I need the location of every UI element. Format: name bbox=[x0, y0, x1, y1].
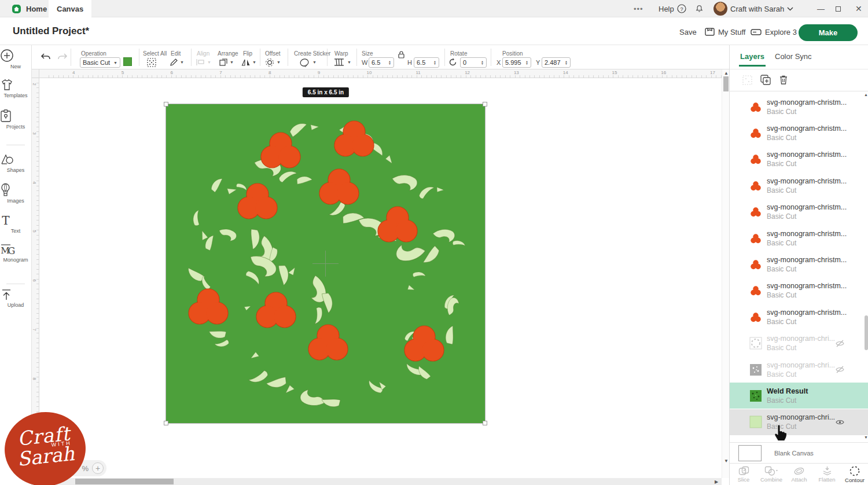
layer-text: svg-monogram-christm...Basic Cut bbox=[767, 282, 847, 299]
panel-scroll-down-icon[interactable]: ▼ bbox=[864, 435, 868, 439]
ruler-horizontal: 4567891011121314151617 bbox=[39, 69, 722, 78]
rotate-input[interactable]: 0 ▲▼ bbox=[460, 57, 487, 68]
eye-icon[interactable] bbox=[836, 419, 844, 425]
vertical-scroll-thumb[interactable] bbox=[723, 76, 729, 91]
canvas-vertical-scrollbar[interactable]: ▲ ▼ bbox=[722, 69, 729, 478]
layer-row[interactable]: svg-monogram-chri...Basic Cut bbox=[730, 330, 862, 357]
attach-button[interactable]: Attach bbox=[785, 464, 813, 485]
rotate-icon[interactable] bbox=[448, 58, 457, 67]
account-menu[interactable]: Craft with Sarah bbox=[713, 0, 793, 17]
layer-row[interactable]: svg-monogram-christm...Basic Cut bbox=[730, 146, 862, 172]
more-options-button[interactable]: ••• bbox=[634, 0, 643, 17]
sidebar-item-monogram[interactable]: MGMonogram bbox=[0, 243, 31, 263]
warp-button[interactable] bbox=[334, 58, 344, 66]
selection-handle-top-right[interactable] bbox=[483, 102, 487, 106]
duplicate-layer-button[interactable] bbox=[760, 75, 771, 85]
contour-button[interactable]: Contour bbox=[841, 464, 868, 485]
blank-canvas-row[interactable]: Blank Canvas bbox=[730, 442, 868, 463]
maximize-button[interactable] bbox=[836, 0, 841, 17]
zoom-in-button[interactable]: + bbox=[92, 462, 104, 474]
notifications-button[interactable] bbox=[694, 0, 704, 17]
tab-color-sync[interactable]: Color Sync bbox=[775, 52, 812, 61]
sidebar-item-text[interactable]: TText bbox=[0, 214, 31, 234]
ruler-tick-label: 5 bbox=[122, 70, 124, 75]
layer-row[interactable]: svg-monogram-christm...Basic Cut bbox=[730, 172, 862, 199]
color-swatch[interactable] bbox=[123, 57, 132, 66]
arrange-caret-icon[interactable]: ▼ bbox=[230, 60, 234, 64]
layer-row[interactable]: svg-monogram-christm...Basic Cut bbox=[730, 278, 862, 304]
layer-row[interactable]: svg-monogram-christm...Basic Cut bbox=[730, 304, 862, 330]
layer-row[interactable]: svg-monogram-christm...Basic Cut bbox=[730, 94, 862, 120]
operation-dropdown[interactable]: Basic Cut▼ bbox=[80, 57, 120, 68]
width-stepper[interactable]: ▲▼ bbox=[388, 60, 391, 65]
create-sticker-caret-icon[interactable]: ▼ bbox=[312, 60, 317, 64]
layer-row[interactable]: svg-monogram-christm...Basic Cut bbox=[730, 120, 862, 146]
sidebar-item-shapes[interactable]: Shapes bbox=[0, 153, 31, 173]
explore-machine-button[interactable]: Explore 3 bbox=[751, 25, 797, 38]
edit-caret-icon[interactable]: ▼ bbox=[180, 60, 184, 64]
rotate-stepper[interactable]: ▲▼ bbox=[481, 60, 484, 65]
offset-caret-icon[interactable]: ▼ bbox=[277, 60, 281, 64]
flatten-button[interactable]: Flatten bbox=[813, 464, 841, 485]
panel-scroll-up-icon[interactable]: ▲ bbox=[864, 93, 868, 97]
selected-artwork-wreath-square[interactable] bbox=[166, 104, 485, 423]
layer-row[interactable]: svg-monogram-christm...Basic Cut bbox=[730, 199, 862, 225]
layer-text: svg-monogram-christm...Basic Cut bbox=[767, 256, 847, 273]
position-x-stepper[interactable]: ▲▼ bbox=[525, 60, 528, 65]
undo-button[interactable] bbox=[41, 53, 51, 62]
selection-handle-bottom-left[interactable] bbox=[164, 421, 168, 425]
slice-button[interactable]: Slice bbox=[730, 464, 757, 485]
position-y-input[interactable]: 2.487 ▲▼ bbox=[542, 57, 571, 68]
canvas-horizontal-scrollbar[interactable]: ◀ ▶ bbox=[32, 478, 722, 485]
selection-handle-bottom-right[interactable] bbox=[483, 421, 487, 425]
tab-home[interactable]: Home bbox=[3, 0, 55, 17]
close-button[interactable]: ✕ bbox=[855, 0, 862, 17]
scroll-up-icon[interactable]: ▲ bbox=[724, 71, 729, 76]
sidebar-item-label: Shapes bbox=[0, 167, 31, 173]
scroll-right-icon[interactable]: ▶ bbox=[715, 479, 718, 484]
offset-button[interactable] bbox=[265, 58, 274, 67]
eye-slash-icon[interactable] bbox=[836, 366, 844, 373]
layer-operation: Basic Cut bbox=[767, 239, 847, 247]
layer-row-weld-result[interactable]: Weld ResultBasic Cut bbox=[730, 383, 868, 409]
width-input[interactable]: 6.5 ▲▼ bbox=[369, 57, 394, 68]
delete-layer-button[interactable] bbox=[779, 75, 788, 85]
selection-handle-top-left[interactable] bbox=[164, 102, 168, 106]
combine-button[interactable]: Combine bbox=[757, 464, 785, 485]
redo-button[interactable] bbox=[57, 53, 68, 62]
select-all-button[interactable] bbox=[147, 58, 156, 67]
flip-caret-icon[interactable]: ▼ bbox=[252, 60, 256, 64]
flip-button[interactable] bbox=[241, 58, 251, 67]
tab-layers[interactable]: Layers bbox=[740, 52, 764, 61]
sidebar-item-upload[interactable]: Upload bbox=[0, 288, 31, 308]
sidebar-item-images[interactable]: Images bbox=[0, 183, 31, 204]
minimize-button[interactable]: — bbox=[817, 0, 825, 17]
edit-button[interactable] bbox=[170, 58, 178, 67]
layer-row[interactable]: svg-monogram-christm...Basic Cut bbox=[730, 251, 862, 277]
save-button[interactable]: Save bbox=[679, 25, 697, 38]
scroll-down-icon[interactable]: ▼ bbox=[724, 458, 729, 464]
warp-caret-icon[interactable]: ▼ bbox=[347, 60, 351, 64]
my-stuff-button[interactable]: My Stuff bbox=[705, 25, 745, 38]
arrange-button[interactable] bbox=[219, 58, 228, 67]
sidebar-item-templates[interactable]: Templates bbox=[0, 79, 31, 98]
layer-title: svg-monogram-christm... bbox=[767, 98, 847, 106]
sidebar-item-projects[interactable]: Projects bbox=[0, 109, 31, 130]
sidebar-item-new[interactable]: New bbox=[0, 49, 31, 69]
help-button[interactable]: Help ? bbox=[659, 0, 686, 17]
position-y-stepper[interactable]: ▲▼ bbox=[565, 60, 568, 65]
create-sticker-button[interactable] bbox=[299, 57, 310, 68]
make-button[interactable]: Make bbox=[799, 24, 858, 41]
height-stepper[interactable]: ▲▼ bbox=[433, 60, 436, 65]
layer-row[interactable]: svg-monogram-chri...Basic Cut bbox=[730, 409, 868, 435]
panel-scrollbar[interactable]: ▲ ▼ bbox=[864, 93, 868, 440]
height-input[interactable]: 6.5 ▲▼ bbox=[414, 57, 439, 68]
position-x-input[interactable]: 5.995 ▲▼ bbox=[502, 57, 531, 68]
layer-row[interactable]: svg-monogram-chri...Basic Cut bbox=[730, 357, 862, 383]
eye-slash-icon[interactable] bbox=[836, 340, 844, 347]
panel-scroll-thumb[interactable] bbox=[865, 315, 868, 350]
lock-icon[interactable] bbox=[398, 51, 404, 58]
horizontal-scroll-thumb[interactable] bbox=[75, 479, 174, 484]
tab-canvas[interactable]: Canvas bbox=[49, 0, 91, 17]
layer-row[interactable]: svg-monogram-christm...Basic Cut bbox=[730, 225, 862, 251]
